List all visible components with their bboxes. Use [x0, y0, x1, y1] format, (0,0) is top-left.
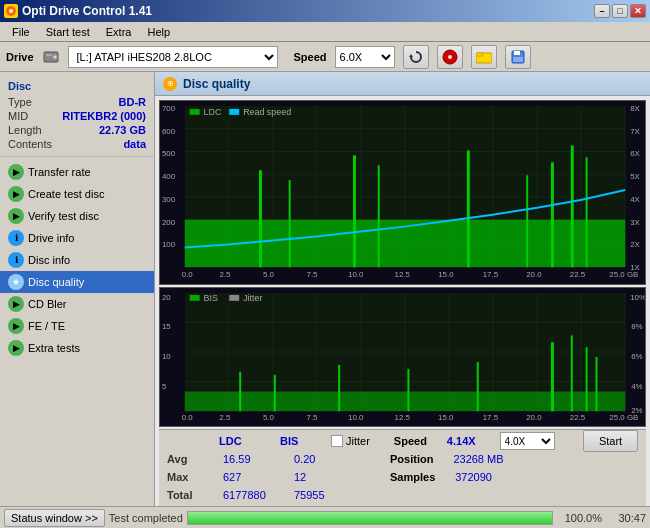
svg-rect-105: [190, 295, 200, 301]
svg-text:400: 400: [162, 172, 176, 181]
avg-label: Avg: [167, 453, 207, 465]
sidebar-item-disc-info[interactable]: ℹ Disc info: [0, 249, 154, 271]
svg-text:Read speed: Read speed: [243, 107, 291, 117]
elapsed-time: 30:47: [606, 512, 646, 524]
maximize-button[interactable]: □: [612, 4, 628, 18]
sidebar-item-extra-tests[interactable]: ▶ Extra tests: [0, 337, 154, 359]
main-panel: ⊕ Disc quality: [155, 72, 650, 506]
svg-text:5: 5: [162, 382, 167, 391]
svg-rect-99: [407, 369, 409, 411]
sidebar-item-label-disc-quality: Disc quality: [28, 276, 84, 288]
menu-extra[interactable]: Extra: [98, 24, 140, 40]
svg-text:5X: 5X: [630, 172, 640, 181]
svg-text:0.0: 0.0: [182, 413, 194, 422]
svg-text:7.5: 7.5: [306, 413, 318, 422]
start-button[interactable]: Start: [583, 430, 638, 452]
sidebar-item-create-test-disc[interactable]: ▶ Create test disc: [0, 183, 154, 205]
menu-help[interactable]: Help: [139, 24, 178, 40]
jitter-legend: Jitter: [331, 435, 370, 447]
total-bis: 75955: [294, 489, 334, 501]
svg-text:6%: 6%: [631, 352, 642, 361]
disc-type-label: Type: [8, 96, 32, 108]
svg-text:5.0: 5.0: [263, 413, 275, 422]
panel-header-icon: ⊕: [163, 77, 177, 91]
panel-header: ⊕ Disc quality: [155, 72, 650, 96]
svg-rect-101: [551, 342, 554, 411]
total-label: Total: [167, 489, 207, 501]
disc-contents-value: data: [123, 138, 146, 150]
svg-text:0.0: 0.0: [182, 270, 194, 279]
disc-section-title: Disc: [8, 80, 146, 92]
svg-rect-58: [229, 109, 239, 115]
svg-text:22.5: 22.5: [570, 270, 586, 279]
jitter-checkbox[interactable]: [331, 435, 343, 447]
sidebar-item-label-cd-bler: CD Bler: [28, 298, 67, 310]
svg-text:7X: 7X: [630, 127, 640, 136]
panel-header-title: Disc quality: [183, 77, 250, 91]
position-label: Position: [390, 453, 433, 465]
svg-point-1: [9, 9, 13, 13]
progress-bar-fill: [188, 512, 552, 524]
speed-stat-label: Speed: [394, 435, 427, 447]
drive-bar: Drive [L:] ATAPI iHES208 2.8LOC Speed 6.…: [0, 42, 650, 72]
avg-ldc: 16.59: [223, 453, 278, 465]
disc-length-row: Length 22.73 GB: [8, 124, 146, 136]
max-bis: 12: [294, 471, 334, 483]
svg-rect-9: [476, 53, 483, 56]
close-button[interactable]: ✕: [630, 4, 646, 18]
svg-text:8%: 8%: [631, 322, 642, 331]
sidebar-item-label-fe-te: FE / TE: [28, 320, 65, 332]
drive-select[interactable]: [L:] ATAPI iHES208 2.8LOC: [68, 46, 278, 68]
bottom-chart-svg: 20 15 10 5 10% 8% 6% 4% 2%: [160, 288, 645, 426]
svg-marker-5: [409, 54, 413, 57]
svg-rect-47: [259, 170, 262, 267]
disc-type-row: Type BD-R: [8, 96, 146, 108]
svg-text:4%: 4%: [631, 382, 642, 391]
speed-label: Speed: [294, 51, 327, 63]
svg-text:15: 15: [162, 322, 171, 331]
svg-text:500: 500: [162, 149, 176, 158]
refresh-button[interactable]: [403, 45, 429, 69]
sidebar-item-label-create-test-disc: Create test disc: [28, 188, 104, 200]
sidebar-item-cd-bler[interactable]: ▶ CD Bler: [0, 293, 154, 315]
top-chart-svg: 700 600 500 400 300 200 100 8X 7X 6X 5X …: [160, 101, 645, 284]
samples-value: 372090: [455, 471, 492, 483]
stats-avg-row: Avg 16.59 0.20 Position 23268 MB: [167, 450, 638, 468]
titlebar: Opti Drive Control 1.41 – □ ✕: [0, 0, 650, 22]
svg-text:20.0: 20.0: [526, 413, 542, 422]
menu-starttest[interactable]: Start test: [38, 24, 98, 40]
sidebar-item-drive-info[interactable]: ℹ Drive info: [0, 227, 154, 249]
svg-text:700: 700: [162, 104, 176, 113]
svg-text:5.0: 5.0: [263, 270, 275, 279]
svg-text:15.0: 15.0: [438, 413, 454, 422]
save-button[interactable]: [505, 45, 531, 69]
svg-rect-102: [571, 335, 573, 411]
total-ldc: 6177880: [223, 489, 278, 501]
svg-rect-12: [513, 57, 523, 62]
speed-select[interactable]: 6.0X: [335, 46, 395, 68]
stats-max-row: Max 627 12 Samples 372090: [167, 468, 638, 486]
progress-bar-container: [187, 511, 553, 525]
sidebar-item-disc-quality[interactable]: ★ Disc quality: [0, 271, 154, 293]
stats-speed-select[interactable]: 4.0X: [500, 432, 555, 450]
disc-icon-button[interactable]: [437, 45, 463, 69]
svg-text:25.0 GB: 25.0 GB: [609, 413, 638, 422]
status-window-button[interactable]: Status window >>: [4, 509, 105, 527]
max-ldc: 627: [223, 471, 278, 483]
svg-text:2.5: 2.5: [219, 413, 231, 422]
sidebar-item-transfer-rate[interactable]: ▶ Transfer rate: [0, 161, 154, 183]
menu-file[interactable]: File: [4, 24, 38, 40]
svg-text:300: 300: [162, 195, 176, 204]
svg-text:17.5: 17.5: [483, 270, 499, 279]
svg-rect-97: [274, 375, 276, 411]
transfer-rate-icon: ▶: [8, 164, 24, 180]
sidebar-item-verify-test-disc[interactable]: ▶ Verify test disc: [0, 205, 154, 227]
svg-rect-54: [571, 146, 574, 268]
svg-point-4: [53, 55, 57, 59]
bis-header: BIS: [280, 435, 315, 447]
svg-text:2.5: 2.5: [219, 270, 231, 279]
minimize-button[interactable]: –: [594, 4, 610, 18]
svg-text:10.0: 10.0: [348, 270, 364, 279]
sidebar-item-fe-te[interactable]: ▶ FE / TE: [0, 315, 154, 337]
folder-button[interactable]: [471, 45, 497, 69]
